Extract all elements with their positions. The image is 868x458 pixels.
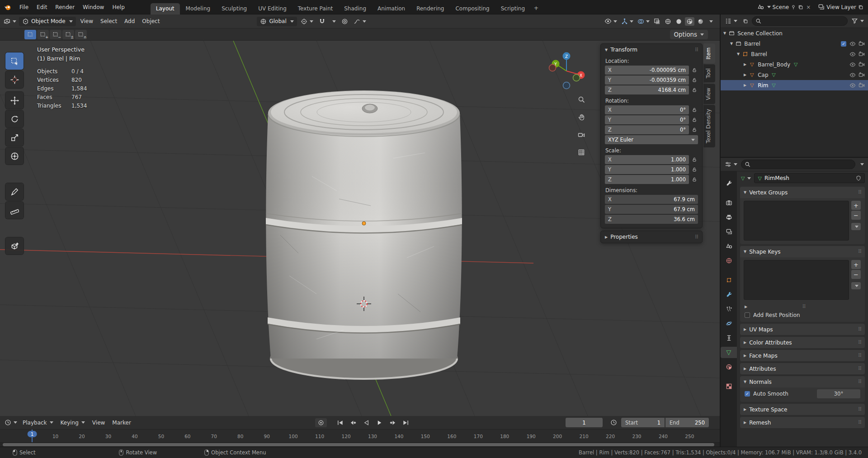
properties-editor-type-button[interactable] — [723, 160, 739, 169]
frame-tick-240[interactable]: 240 — [659, 434, 668, 439]
workspace-tab-compositing[interactable]: Compositing — [450, 3, 495, 14]
outliner-filter-button[interactable] — [849, 17, 866, 25]
outliner-row-mesh-cap[interactable]: ▶▽Cap▽ — [721, 70, 868, 80]
tool-scale[interactable] — [5, 129, 24, 146]
eye-icon[interactable] — [849, 72, 856, 78]
gizmo-x-neg-axis[interactable] — [549, 65, 556, 71]
properties-tab-particles[interactable] — [721, 303, 736, 315]
playhead[interactable]: 1 — [32, 430, 33, 442]
navigation-gizmo[interactable]: Z X Y — [546, 51, 587, 91]
tool-select-box[interactable] — [5, 52, 24, 70]
scrollbar-thumb[interactable] — [3, 443, 714, 446]
orientation-dropdown[interactable]: Global — [257, 17, 297, 26]
select-mode-invert-icon[interactable]: ± — [62, 30, 74, 39]
color-attributes-header[interactable]: ▶Color Attributes⠿ — [740, 337, 865, 348]
play-button[interactable] — [374, 418, 386, 427]
frame-tick-90[interactable]: 90 — [264, 434, 270, 439]
tool-rotate[interactable] — [5, 110, 24, 127]
lock-icon[interactable] — [691, 67, 698, 73]
frame-tick-150[interactable]: 150 — [421, 434, 430, 439]
disclosure-icon[interactable]: ▼ — [723, 31, 726, 35]
jump-to-end-button[interactable] — [400, 418, 412, 427]
camera-icon[interactable] — [858, 41, 865, 47]
add-shape-key-button[interactable]: + — [851, 260, 861, 269]
pivot-point-button[interactable] — [299, 17, 315, 26]
mesh-data-chip[interactable]: ▽ — [740, 175, 752, 182]
snap-magnet-button[interactable] — [317, 17, 327, 26]
rotation-mode-dropdown[interactable]: XYZ Euler — [605, 135, 698, 144]
mode-dropdown[interactable]: Object Mode — [19, 17, 76, 26]
viewport-menu-select[interactable]: Select — [97, 14, 121, 28]
shape-keys-header[interactable]: ▼Shape Keys⠿ — [740, 246, 865, 257]
rotation-x-field[interactable]: X0° — [605, 105, 689, 114]
lock-icon[interactable] — [691, 177, 698, 182]
properties-tab-tool[interactable] — [721, 178, 736, 189]
frame-tick-200[interactable]: 200 — [553, 434, 562, 439]
fake-user-shield-icon[interactable] — [856, 175, 861, 181]
frame-tick-220[interactable]: 220 — [606, 434, 615, 439]
dimension-x-field[interactable]: X67.9 cm — [605, 195, 698, 204]
lock-icon[interactable] — [691, 167, 698, 172]
viewport-menu-object[interactable]: Object — [138, 14, 163, 28]
outliner-search-input[interactable] — [763, 18, 844, 24]
transform-panel-header[interactable]: ▼ Transform ⠿ — [601, 44, 702, 56]
add-workspace-button[interactable]: + — [531, 3, 542, 14]
uv-maps-header[interactable]: ▶UV Maps⠿ — [740, 324, 865, 335]
dimension-y-field[interactable]: Y67.9 cm — [605, 205, 698, 214]
frame-tick-110[interactable]: 110 — [315, 434, 324, 439]
workspace-tab-sculpting[interactable]: Sculpting — [216, 3, 252, 14]
sidebar-tab-item[interactable]: Item — [703, 43, 715, 63]
frame-tick-190[interactable]: 190 — [527, 434, 536, 439]
shape-keys-list[interactable] — [744, 260, 849, 300]
attributes-header[interactable]: ▶Attributes⠿ — [740, 363, 865, 374]
camera-icon[interactable] — [858, 61, 865, 68]
properties-tab-scene[interactable] — [721, 241, 736, 252]
options-button[interactable]: Options — [670, 30, 708, 39]
location-y-field[interactable]: Y-0.000359 cm — [605, 76, 689, 85]
workspace-tab-uv-editing[interactable]: UV Editing — [253, 3, 292, 14]
shading-rendered-icon[interactable] — [696, 17, 705, 26]
dimension-z-field[interactable]: Z36.6 cm — [605, 215, 698, 224]
scale-z-field[interactable]: Z1.000 — [605, 175, 689, 184]
unlink-scene-icon[interactable]: × — [805, 4, 811, 10]
properties-tab-modifiers[interactable] — [721, 289, 736, 300]
frame-tick-140[interactable]: 140 — [394, 434, 403, 439]
disclosure-icon[interactable]: ▶ — [744, 83, 746, 87]
camera-icon[interactable] — [858, 82, 865, 89]
workspace-tab-animation[interactable]: Animation — [372, 3, 410, 14]
properties-tab-constraints[interactable] — [721, 332, 736, 344]
checkbox-icon[interactable]: ✓ — [840, 41, 847, 47]
rotation-y-field[interactable]: Y0° — [605, 115, 689, 124]
proportional-falloff-button[interactable] — [352, 17, 368, 26]
properties-tab-render[interactable] — [721, 197, 736, 208]
outliner-editor-type-button[interactable] — [723, 17, 739, 25]
lock-icon[interactable] — [691, 77, 698, 83]
eye-icon[interactable] — [849, 51, 856, 57]
lock-icon[interactable] — [691, 157, 698, 162]
frame-end-field[interactable]: End250 — [665, 418, 709, 427]
eye-icon[interactable] — [849, 61, 856, 68]
workspace-tab-layout[interactable]: Layout — [151, 3, 180, 14]
menu-edit[interactable]: Edit — [33, 0, 51, 14]
vertex-groups-list[interactable] — [744, 201, 849, 241]
xray-icon[interactable] — [652, 17, 662, 26]
menu-file[interactable]: File — [15, 0, 33, 14]
frame-tick-50[interactable]: 50 — [158, 434, 164, 439]
blender-logo-icon[interactable] — [0, 0, 15, 14]
timeline-ruler[interactable]: 1 10203040506070809010011012013014015016… — [0, 430, 720, 443]
timeline-menu-view[interactable]: View — [89, 416, 108, 430]
workspace-tab-modeling[interactable]: Modeling — [180, 3, 216, 14]
jump-to-start-button[interactable] — [335, 418, 346, 427]
menu-help[interactable]: Help — [108, 0, 128, 14]
disclosure-icon[interactable]: ▼ — [737, 52, 740, 56]
frame-tick-100[interactable]: 100 — [289, 434, 298, 439]
tool-annotate[interactable] — [5, 183, 24, 200]
disclosure-icon[interactable]: ▼ — [730, 42, 733, 46]
frame-tick-20[interactable]: 20 — [79, 434, 85, 439]
current-frame-field[interactable]: 1 — [566, 418, 603, 427]
frame-tick-10[interactable]: 10 — [52, 434, 58, 439]
eye-icon[interactable] — [849, 82, 856, 89]
scale-x-field[interactable]: X1.000 — [605, 155, 689, 164]
new-scene-icon[interactable] — [798, 5, 803, 10]
properties-tab-object[interactable] — [721, 274, 736, 286]
